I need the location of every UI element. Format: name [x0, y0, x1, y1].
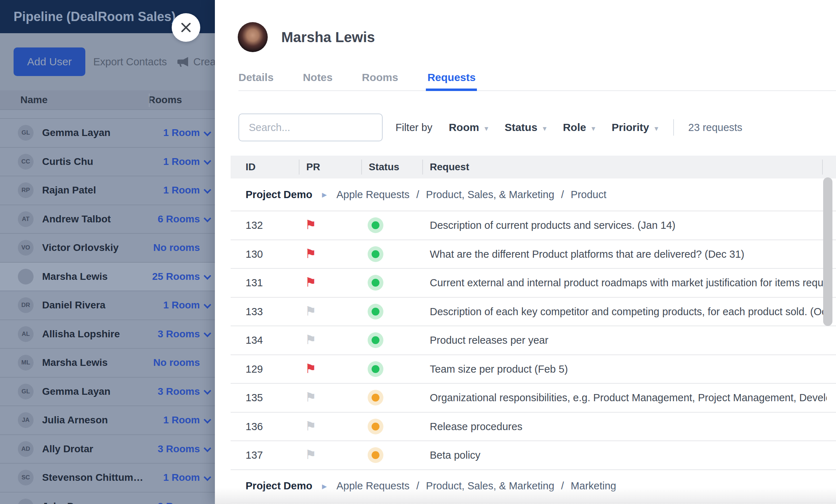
profile-avatar — [238, 22, 268, 52]
pipeline-title: Pipeline (DealRoom Sales) — [14, 9, 176, 24]
requests-count: 23 requests — [688, 122, 742, 133]
contact-row[interactable]: ML Marsha Lewis No rooms — [0, 349, 215, 378]
contact-row[interactable]: Jake Downey 3 Rooms — [0, 493, 215, 504]
contact-row[interactable]: JA Julia Arneson 1 Room — [0, 406, 215, 435]
filter-priority[interactable]: Priority▾ — [611, 121, 658, 133]
rooms-dropdown[interactable]: 1 Room — [163, 472, 211, 483]
chevron-down-icon — [203, 387, 211, 395]
rooms-dropdown[interactable]: 1 Room — [163, 127, 211, 138]
breadcrumb-item[interactable]: Apple Requests — [337, 480, 410, 492]
column-divider — [422, 160, 423, 175]
rooms-dropdown[interactable]: 1 Room — [163, 185, 211, 196]
contact-row-selected[interactable]: Marsha Lewis 25 Rooms — [0, 263, 215, 292]
rooms-dropdown[interactable]: 1 Room — [163, 414, 211, 426]
vertical-scrollbar[interactable] — [823, 177, 832, 326]
avatar: AT — [18, 211, 34, 227]
breadcrumb-arrow-icon: ▸ — [322, 189, 327, 200]
breadcrumb-item[interactable]: Marketing — [571, 480, 616, 492]
priority-flag-icon[interactable]: ⚑ — [305, 391, 316, 404]
contact-row[interactable]: AD Ally Drotar 3 Rooms — [0, 435, 215, 464]
close-icon — [180, 21, 192, 34]
contact-row[interactable]: SC Stevenson Chittum… 1 Room — [0, 464, 215, 493]
contact-row[interactable]: AT Andrew Talbot 6 Rooms — [0, 205, 215, 234]
avatar: RP — [18, 182, 34, 198]
avatar: ML — [18, 355, 34, 371]
column-id: ID — [246, 156, 256, 178]
request-text: Team size per product (Feb 5) — [430, 363, 827, 375]
priority-flag-icon[interactable]: ⚑ — [305, 448, 316, 461]
request-row[interactable]: 132 ⚑ Description of current products an… — [231, 211, 836, 240]
breadcrumb-item[interactable]: Apple Requests — [337, 189, 410, 201]
rooms-dropdown[interactable]: 6 Rooms — [158, 213, 211, 225]
column-divider — [822, 160, 823, 175]
contact-row[interactable]: RP Rajan Patel 1 Room — [0, 176, 215, 205]
column-divider — [149, 94, 150, 107]
breadcrumb-root[interactable]: Project Demo — [246, 189, 312, 201]
rooms-label[interactable]: No rooms — [153, 357, 211, 368]
search-input[interactable] — [238, 114, 383, 141]
rooms-dropdown[interactable]: 1 Room — [163, 156, 211, 167]
contact-row[interactable]: GL Gemma Layan 3 Rooms — [0, 378, 215, 407]
breadcrumb-arrow-icon: ▸ — [322, 480, 327, 492]
rooms-dropdown[interactable]: 25 Rooms — [152, 271, 211, 282]
rooms-label[interactable]: No rooms — [153, 242, 211, 253]
filter-status[interactable]: Status▾ — [505, 121, 547, 133]
status-dot — [368, 304, 383, 319]
breadcrumb-root[interactable]: Project Demo — [246, 480, 312, 492]
tab-notes[interactable]: Notes — [303, 69, 332, 90]
request-text: Beta policy — [430, 449, 827, 461]
request-row[interactable]: 136 ⚑ Release procedures — [231, 413, 836, 442]
filter-role[interactable]: Role▾ — [563, 121, 595, 133]
breadcrumb: Project Demo ▸ Apple Requests / Product,… — [231, 470, 836, 503]
rooms-dropdown[interactable]: 3 Rooms — [158, 328, 211, 340]
status-dot — [368, 217, 383, 233]
export-contacts-button[interactable]: Export Contacts — [93, 56, 167, 68]
column-request: Request — [430, 156, 469, 178]
priority-flag-icon[interactable]: ⚑ — [305, 218, 316, 231]
avatar: VO — [18, 240, 34, 256]
create-announcement-button[interactable]: Crea — [193, 56, 215, 68]
contact-detail-modal: Marsha Lewis Details Notes Rooms Request… — [215, 0, 836, 504]
request-id: 133 — [246, 306, 263, 317]
contact-row[interactable]: CC Curtis Chu 1 Room — [0, 148, 215, 177]
tab-requests[interactable]: Requests — [427, 69, 475, 90]
contact-row[interactable]: AL Allisha Lopshire 3 Rooms — [0, 320, 215, 349]
rooms-dropdown[interactable]: 3 Rooms — [158, 386, 211, 397]
chevron-down-icon — [203, 502, 211, 504]
contact-row[interactable]: VO Victor Orlovskiy No rooms — [0, 234, 215, 263]
priority-flag-icon[interactable]: ⚑ — [305, 333, 316, 346]
tab-details[interactable]: Details — [238, 69, 273, 90]
breadcrumb: Project Demo ▸ Apple Requests / Product,… — [231, 178, 836, 211]
contact-row[interactable]: GL Gemma Layan 1 Room — [0, 119, 215, 148]
priority-flag-icon[interactable]: ⚑ — [305, 419, 316, 432]
avatar: AD — [18, 441, 34, 457]
status-dot — [368, 361, 383, 377]
rooms-dropdown[interactable]: 3 Rooms — [158, 443, 211, 455]
request-row[interactable]: 129 ⚑ Team size per product (Feb 5) — [231, 355, 836, 384]
tab-rooms[interactable]: Rooms — [362, 69, 398, 90]
breadcrumb-item[interactable]: Product, Sales, & Marketing — [426, 480, 554, 492]
chevron-down-icon — [203, 157, 211, 165]
priority-flag-icon[interactable]: ⚑ — [305, 304, 316, 317]
request-row[interactable]: 135 ⚑ Organizational responsibilities, e… — [231, 384, 836, 413]
status-dot — [368, 246, 383, 262]
priority-flag-icon[interactable]: ⚑ — [305, 362, 316, 375]
request-text: Description of each key competitor and c… — [430, 306, 827, 317]
contact-row[interactable]: DR Daniel Rivera 1 Room — [0, 291, 215, 320]
priority-flag-icon[interactable]: ⚑ — [305, 247, 316, 260]
pipeline-panel: Pipeline (DealRoom Sales) Add User Expor… — [0, 0, 215, 504]
request-row[interactable]: 137 ⚑ Beta policy — [231, 441, 836, 470]
request-row[interactable]: 130 ⚑ What are the different Product pla… — [231, 240, 836, 269]
rooms-dropdown[interactable]: 3 Rooms — [158, 501, 211, 504]
breadcrumb-item[interactable]: Product — [571, 189, 606, 201]
filter-room[interactable]: Room▾ — [449, 121, 488, 133]
request-row[interactable]: 134 ⚑ Product releases per year — [231, 326, 836, 355]
priority-flag-icon[interactable]: ⚑ — [305, 276, 316, 289]
rooms-dropdown[interactable]: 1 Room — [163, 299, 211, 311]
breadcrumb-item[interactable]: Product, Sales, & Marketing — [426, 189, 554, 201]
request-row[interactable]: 133 ⚑ Description of each key competitor… — [231, 298, 836, 327]
avatar: SC — [18, 470, 34, 485]
add-user-button[interactable]: Add User — [14, 47, 85, 76]
close-button[interactable] — [172, 13, 200, 42]
request-row[interactable]: 131 ⚑ Current external and internal prod… — [231, 269, 836, 298]
